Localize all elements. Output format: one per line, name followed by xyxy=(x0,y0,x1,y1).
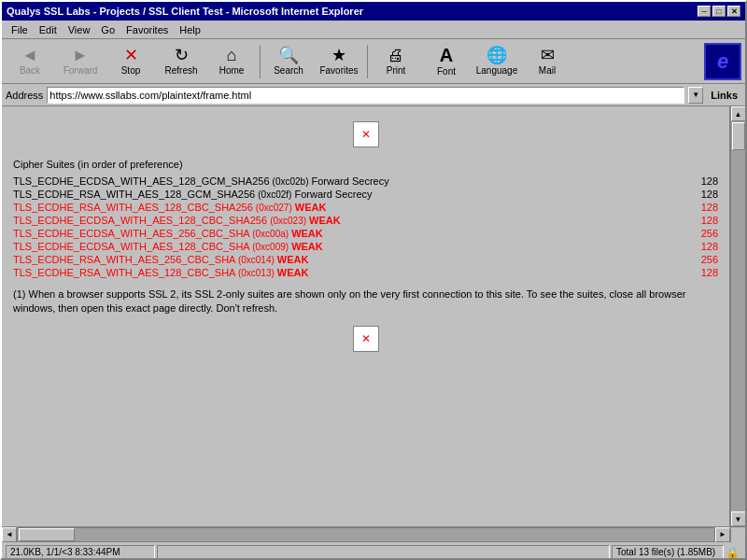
cipher-bits: 128 xyxy=(690,215,718,226)
forward-label: Forward xyxy=(63,65,98,76)
refresh-button[interactable]: ↻ Refresh xyxy=(157,43,205,80)
title-bar: Qualys SSL Labs - Projects / SSL Client … xyxy=(2,2,745,21)
menu-view[interactable]: View xyxy=(63,23,96,36)
favorites-icon: ★ xyxy=(331,47,346,63)
stop-button[interactable]: ✕ Stop xyxy=(106,43,155,80)
home-button[interactable]: ⌂ Home xyxy=(207,43,256,80)
font-button[interactable]: A Font xyxy=(422,43,471,80)
broken-image-icon-2: ✕ xyxy=(361,332,371,345)
scroll-down-button[interactable]: ▼ xyxy=(731,511,746,526)
stop-icon: ✕ xyxy=(124,47,138,63)
cipher-name: TLS_ECDHE_ECDSA_WITH_AES_128_CBC_SHA (0x… xyxy=(13,241,690,252)
scroll-track xyxy=(731,121,746,511)
ie-logo: e xyxy=(704,43,741,80)
print-button[interactable]: 🖨 Print xyxy=(372,43,420,80)
cipher-bits: 256 xyxy=(690,228,718,239)
maximize-button[interactable]: □ xyxy=(712,6,726,17)
cipher-row: TLS_ECDHE_RSA_WITH_AES_128_CBC_SHA256 (0… xyxy=(13,202,718,213)
cipher-row: TLS_ECDHE_ECDSA_WITH_AES_128_GCM_SHA256 … xyxy=(13,175,718,187)
home-icon: ⌂ xyxy=(227,47,237,63)
cipher-name: TLS_ECDHE_RSA_WITH_AES_256_CBC_SHA (0xc0… xyxy=(13,254,690,265)
back-label: Back xyxy=(20,65,40,76)
cipher-list: TLS_ECDHE_ECDSA_WITH_AES_128_GCM_SHA256 … xyxy=(13,175,718,278)
menu-go[interactable]: Go xyxy=(95,23,120,36)
menu-bar: File Edit View Go Favorites Help xyxy=(2,21,745,39)
search-icon: 🔍 xyxy=(278,47,299,63)
font-label: Font xyxy=(437,66,456,77)
hscroll-thumb[interactable] xyxy=(19,528,75,541)
language-icon: 🌐 xyxy=(486,47,507,63)
print-label: Print xyxy=(387,65,406,76)
back-icon: ◄ xyxy=(21,47,38,63)
lock-icon: 🔒 xyxy=(726,546,740,559)
cipher-name: TLS_ECDHE_ECDSA_WITH_AES_128_GCM_SHA256 … xyxy=(13,175,690,187)
favorites-button[interactable]: ★ Favorites xyxy=(315,43,363,80)
cipher-bits: 128 xyxy=(690,175,718,187)
scroll-up-button[interactable]: ▲ xyxy=(731,106,746,121)
status-right: Total 13 file(s) (1.85MB) xyxy=(612,545,724,560)
menu-favorites[interactable]: Favorites xyxy=(120,23,174,36)
menu-file[interactable]: File xyxy=(6,23,34,36)
favorites-label: Favorites xyxy=(319,65,358,76)
mail-icon: ✉ xyxy=(541,47,555,63)
cipher-row: TLS_ECDHE_RSA_WITH_AES_128_CBC_SHA (0xc0… xyxy=(13,267,718,278)
section-title: Cipher Suites (in order of preference) xyxy=(13,159,718,170)
stop-label: Stop xyxy=(121,65,141,76)
links-button[interactable]: Links xyxy=(707,90,741,101)
search-button[interactable]: 🔍 Search xyxy=(264,43,313,80)
back-button[interactable]: ◄ Back xyxy=(6,43,54,80)
language-label: Language xyxy=(476,65,518,76)
print-icon: 🖨 xyxy=(388,47,404,63)
toolbar-separator-1 xyxy=(260,45,261,78)
address-dropdown-button[interactable]: ▼ xyxy=(688,87,703,104)
cipher-bits: 128 xyxy=(690,202,718,213)
status-bar: 21.0KB, 1/1/<3 8:33:44PM Total 13 file(s… xyxy=(2,541,745,560)
page-content: ✕ Cipher Suites (in order of preference)… xyxy=(2,106,730,526)
broken-image-icon: ✕ xyxy=(361,128,371,141)
cipher-name: TLS_ECDHE_RSA_WITH_AES_128_GCM_SHA256 (0… xyxy=(13,189,690,200)
refresh-icon: ↻ xyxy=(175,47,189,63)
broken-image-bottom: ✕ xyxy=(353,326,379,352)
language-button[interactable]: 🌐 Language xyxy=(472,43,521,80)
broken-image-top: ✕ xyxy=(353,121,379,147)
scrollbar-corner xyxy=(730,527,745,542)
cipher-name: TLS_ECDHE_ECDSA_WITH_AES_128_CBC_SHA256 … xyxy=(13,215,690,226)
forward-button[interactable]: ► Forward xyxy=(56,43,105,80)
search-label: Search xyxy=(274,65,303,76)
status-mid xyxy=(157,545,610,560)
vertical-scrollbar[interactable]: ▲ ▼ xyxy=(730,106,745,526)
address-bar: Address ▼ Links xyxy=(2,84,745,106)
horizontal-scrollbar[interactable]: ◄ ► xyxy=(2,526,745,541)
hscroll-track xyxy=(17,527,715,542)
menu-edit[interactable]: Edit xyxy=(34,23,63,36)
toolbar-separator-2 xyxy=(367,45,368,78)
cipher-bits: 128 xyxy=(690,189,718,200)
minimize-button[interactable]: ─ xyxy=(698,6,711,17)
mail-label: Mail xyxy=(539,65,556,76)
menu-help[interactable]: Help xyxy=(174,23,206,36)
cipher-row: TLS_ECDHE_RSA_WITH_AES_256_CBC_SHA (0xc0… xyxy=(13,254,718,265)
footnote: (1) When a browser supports SSL 2, its S… xyxy=(13,287,718,316)
close-button[interactable]: ✕ xyxy=(727,6,740,17)
cipher-bits: 128 xyxy=(690,241,718,252)
scroll-right-button[interactable]: ► xyxy=(715,527,730,542)
status-left: 21.0KB, 1/1/<3 8:33:44PM xyxy=(6,545,155,560)
forward-icon: ► xyxy=(72,47,89,63)
address-input[interactable] xyxy=(47,87,684,104)
scroll-left-button[interactable]: ◄ xyxy=(2,527,17,542)
refresh-label: Refresh xyxy=(164,65,197,76)
cipher-row: TLS_ECDHE_RSA_WITH_AES_128_GCM_SHA256 (0… xyxy=(13,189,718,200)
title-controls: ─ □ ✕ xyxy=(698,6,740,17)
browser-viewport: ✕ Cipher Suites (in order of preference)… xyxy=(2,106,745,526)
cipher-name: TLS_ECDHE_ECDSA_WITH_AES_256_CBC_SHA (0x… xyxy=(13,228,690,239)
cipher-row: TLS_ECDHE_ECDSA_WITH_AES_256_CBC_SHA (0x… xyxy=(13,228,718,239)
font-icon: A xyxy=(440,46,453,64)
cipher-bits: 128 xyxy=(690,267,718,278)
mail-button[interactable]: ✉ Mail xyxy=(523,43,571,80)
window-title: Qualys SSL Labs - Projects / SSL Client … xyxy=(7,6,363,17)
toolbar: ◄ Back ► Forward ✕ Stop ↻ Refresh ⌂ Home… xyxy=(2,39,745,84)
cipher-row: TLS_ECDHE_ECDSA_WITH_AES_128_CBC_SHA256 … xyxy=(13,215,718,226)
scroll-thumb[interactable] xyxy=(732,122,745,150)
address-label: Address xyxy=(6,90,43,101)
cipher-bits: 256 xyxy=(690,254,718,265)
